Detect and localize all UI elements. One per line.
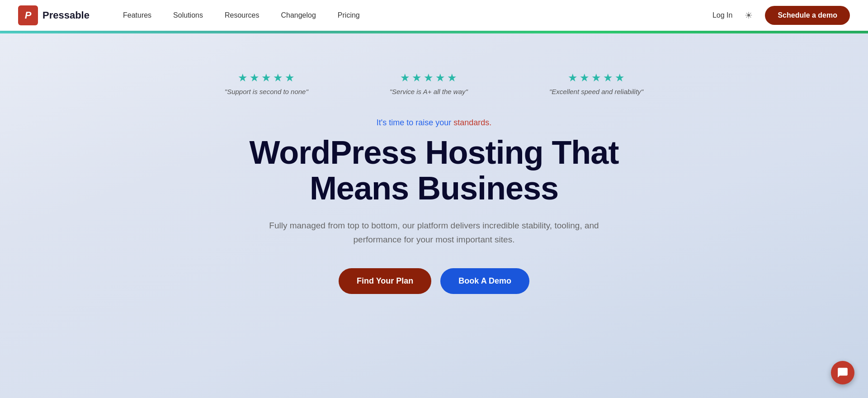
nav-item-resources[interactable]: Resources — [214, 8, 270, 23]
logo-link[interactable]: P Pressable — [18, 5, 90, 25]
tagline-prefix: It's time to raise your — [377, 118, 452, 127]
review-text-3: "Excellent speed and reliability" — [549, 88, 643, 95]
reviews-section: ★ ★ ★ ★ ★ "Support is second to none" ★ … — [225, 71, 643, 95]
logo-initial: P — [25, 9, 32, 21]
star-icon: ★ — [400, 71, 410, 84]
review-item-3: ★ ★ ★ ★ ★ "Excellent speed and reliabili… — [549, 71, 643, 95]
star-icon: ★ — [568, 71, 578, 84]
star-icon: ★ — [250, 71, 259, 84]
hero-section: It's time to raise your standards. WordP… — [250, 118, 619, 294]
book-demo-button[interactable]: Book A Demo — [440, 268, 529, 294]
hero-tagline: It's time to raise your standards. — [377, 118, 492, 128]
chat-icon — [837, 367, 849, 379]
nav-links: Features Solutions Resources Changelog P… — [112, 8, 712, 23]
star-icon: ★ — [580, 71, 590, 84]
find-plan-button[interactable]: Find Your Plan — [339, 268, 431, 294]
navbar: P Pressable Features Solutions Resources… — [0, 0, 868, 31]
star-icon: ★ — [238, 71, 248, 84]
star-icon: ★ — [603, 71, 613, 84]
review-text-2: "Service is A+ all the way" — [390, 88, 468, 95]
nav-item-changelog[interactable]: Changelog — [270, 8, 326, 23]
theme-toggle-icon[interactable]: ☀ — [741, 8, 756, 23]
nav-item-solutions[interactable]: Solutions — [162, 8, 214, 23]
star-icon: ★ — [424, 71, 434, 84]
cta-buttons: Find Your Plan Book A Demo — [339, 268, 529, 294]
star-icon: ★ — [591, 71, 601, 84]
chat-bubble-button[interactable] — [831, 361, 854, 384]
schedule-demo-button[interactable]: Schedule a demo — [765, 6, 850, 25]
nav-right: Log In ☀ Schedule a demo — [712, 6, 850, 25]
top-gradient-bar — [0, 31, 868, 33]
stars-2: ★ ★ ★ ★ ★ — [400, 71, 457, 84]
main-content: ★ ★ ★ ★ ★ "Support is second to none" ★ … — [0, 31, 868, 398]
tagline-suffix: standards. — [453, 118, 491, 127]
star-icon: ★ — [273, 71, 283, 84]
logo-text: Pressable — [42, 9, 90, 21]
stars-3: ★ ★ ★ ★ ★ — [568, 71, 625, 84]
star-icon: ★ — [261, 71, 271, 84]
nav-item-pricing[interactable]: Pricing — [327, 8, 371, 23]
login-link[interactable]: Log In — [712, 11, 732, 19]
stars-1: ★ ★ ★ ★ ★ — [238, 71, 295, 84]
star-icon: ★ — [285, 71, 295, 84]
star-icon: ★ — [615, 71, 625, 84]
star-icon: ★ — [435, 71, 445, 84]
star-icon: ★ — [412, 71, 422, 84]
review-item-1: ★ ★ ★ ★ ★ "Support is second to none" — [225, 71, 308, 95]
hero-title: WordPress Hosting That Means Business — [250, 135, 619, 206]
nav-item-features[interactable]: Features — [112, 8, 162, 23]
review-text-1: "Support is second to none" — [225, 88, 308, 95]
star-icon: ★ — [447, 71, 457, 84]
logo-icon: P — [18, 5, 38, 25]
hero-subtitle: Fully managed from top to bottom, our pl… — [262, 219, 606, 246]
review-item-2: ★ ★ ★ ★ ★ "Service is A+ all the way" — [390, 71, 468, 95]
